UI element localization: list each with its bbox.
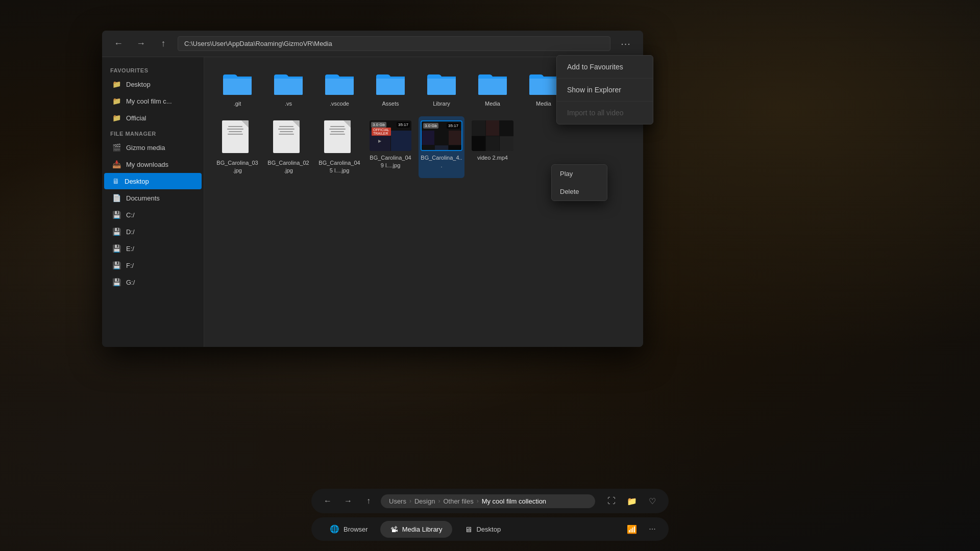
sidebar-item-label: My downloads <box>126 161 168 168</box>
sidebar-item-gizmo-media[interactable]: 🎬 Gizmo media <box>104 139 202 156</box>
sidebar-item-f-drive[interactable]: 💾 F:/ <box>104 257 202 273</box>
folder-media1[interactable]: Media <box>470 67 516 111</box>
sidebar: FAVOURITES 📁 Desktop 📁 My cool film c...… <box>102 57 204 347</box>
browser-app-button[interactable]: 🌐 Browser <box>320 520 378 538</box>
sidebar-item-label: Desktop <box>125 178 149 185</box>
taskbar-right-icons: 📶 ··· <box>624 521 660 537</box>
sidebar-item-my-cool-film[interactable]: 📁 My cool film c... <box>104 93 202 109</box>
file-label: .vscode <box>330 100 349 107</box>
taskbar-up-button[interactable]: ↑ <box>360 493 377 509</box>
taskbar: ← → ↑ Users › Design › Other files › My … <box>0 495 980 551</box>
taskbar-breadcrumb: Users › Design › Other files › My cool f… <box>381 494 595 508</box>
sidebar-item-official[interactable]: 📁 Official <box>104 110 202 126</box>
file-label: Media <box>536 100 551 107</box>
file-label: video 2.mp4 <box>477 154 508 161</box>
new-folder-button[interactable]: 📁 <box>624 493 640 509</box>
drive-icon: 💾 <box>112 278 121 286</box>
file-bg-carolina-049[interactable]: 3.0 Gb 35:17 ▶ OFFICIALTRAILER BG_Caroli… <box>368 116 413 178</box>
folder-assets[interactable]: Assets <box>368 67 413 111</box>
sidebar-item-label: G:/ <box>126 279 135 286</box>
taskbar-more-button[interactable]: ··· <box>644 521 660 537</box>
desktop-app-label: Desktop <box>476 525 501 533</box>
folder-icon: 📁 <box>112 114 121 122</box>
folder-icon: 📁 <box>112 80 121 88</box>
import-to-all-video-button[interactable]: Import to all video <box>557 102 653 124</box>
gizmo-icon: 🎬 <box>112 143 121 152</box>
file-manager-label: FILE MANAGER <box>102 127 204 139</box>
sidebar-item-label: Gizmo media <box>126 144 165 152</box>
taskbar-actions: ⛶ 📁 ♡ <box>603 493 660 509</box>
sidebar-item-desktop[interactable]: 🖥 Desktop <box>104 173 202 189</box>
file-label: BG_Carolina_045 l....jpg <box>318 159 360 174</box>
taskbar-apps: 🌐 Browser 📽 Media Library 🖥 Desktop 📶 ··… <box>311 517 669 541</box>
breadcrumb-design: Design <box>414 497 435 505</box>
sidebar-item-c-drive[interactable]: 💾 C:/ <box>104 207 202 223</box>
wifi-button[interactable]: 📶 <box>624 521 640 537</box>
file-label: BG_Carolina_4... <box>421 154 462 169</box>
file-video2[interactable]: video 2.mp4 <box>470 116 516 178</box>
breadcrumb-users: Users <box>389 497 406 505</box>
documents-icon: 📄 <box>112 194 121 202</box>
folder-icon: 📁 <box>112 97 121 105</box>
desktop-app-button[interactable]: 🖥 Desktop <box>454 521 511 538</box>
taskbar-path-bar: ← → ↑ Users › Design › Other files › My … <box>311 489 669 513</box>
file-label: Media <box>485 100 500 107</box>
taskbar-forward-button[interactable]: → <box>340 493 356 509</box>
add-to-favourites-button[interactable]: Add to Favourites <box>557 56 653 79</box>
desktop-icon: 🖥 <box>112 177 119 185</box>
folder-git[interactable]: .git <box>214 67 260 111</box>
back-button[interactable]: ← <box>110 36 127 52</box>
sidebar-item-my-downloads[interactable]: 📥 My downloads <box>104 156 202 172</box>
file-bg-carolina-045[interactable]: BG_Carolina_045 l....jpg <box>316 116 362 178</box>
more-options-button[interactable]: ··· <box>617 36 635 52</box>
file-label: .git <box>234 100 241 107</box>
folder-vs[interactable]: .vs <box>265 67 311 111</box>
sidebar-item-d-drive[interactable]: 💾 D:/ <box>104 223 202 240</box>
sidebar-item-label: Official <box>126 114 146 122</box>
play-button[interactable]: Play <box>552 165 607 183</box>
file-label: .vs <box>285 100 292 107</box>
folder-library[interactable]: Library <box>419 67 464 111</box>
file-label: Assets <box>382 100 399 107</box>
sidebar-item-label: C:/ <box>126 211 135 219</box>
sidebar-item-label: Documents <box>126 194 160 202</box>
titlebar: ← → ↑ C:\Users\User\AppData\Roaming\Gizm… <box>102 31 643 57</box>
file-label: Library <box>433 100 450 107</box>
media-library-app-button[interactable]: 📽 Media Library <box>380 521 453 538</box>
drive-icon: 💾 <box>112 261 121 269</box>
drive-icon: 💾 <box>112 211 121 219</box>
folder-vscode[interactable]: .vscode <box>316 67 362 111</box>
favourite-button[interactable]: ♡ <box>644 493 660 509</box>
breadcrumb-other-files: Other files <box>443 497 473 505</box>
downloads-icon: 📥 <box>112 160 121 168</box>
forward-button[interactable]: → <box>133 36 149 52</box>
favourites-label: FAVOURITES <box>102 63 204 76</box>
up-button[interactable]: ↑ <box>155 36 172 52</box>
file-label: BG_Carolina_03.jpg <box>216 159 258 174</box>
breadcrumb-collection: My cool film collection <box>482 497 546 505</box>
drive-icon: 💾 <box>112 244 121 253</box>
file-label: BG_Carolina_02.jpg <box>267 159 309 174</box>
sidebar-item-e-drive[interactable]: 💾 E:/ <box>104 240 202 257</box>
file-bg-carolina-4[interactable]: 3.0 Gb 35:17 BG_Carolina_4... <box>419 116 464 178</box>
sidebar-item-label: My cool film c... <box>126 97 172 105</box>
browser-label: Browser <box>344 525 368 533</box>
fullscreen-button[interactable]: ⛶ <box>603 493 620 509</box>
delete-button[interactable]: Delete <box>552 183 607 201</box>
sidebar-item-g-drive[interactable]: 💾 G:/ <box>104 274 202 290</box>
media-library-icon: 📽 <box>390 525 398 534</box>
file-bg-carolina-03[interactable]: BG_Carolina_03.jpg <box>214 116 260 178</box>
file-bg-carolina-02[interactable]: BG_Carolina_02.jpg <box>265 116 311 178</box>
desktop-app-icon: 🖥 <box>464 525 472 534</box>
sidebar-item-documents[interactable]: 📄 Documents <box>104 190 202 206</box>
show-in-explorer-button[interactable]: Show in Explorer <box>557 79 653 102</box>
file-label: BG_Carolina_049 l....jpg <box>370 154 411 169</box>
drive-icon: 💾 <box>112 228 121 236</box>
path-bar[interactable]: C:\Users\User\AppData\Roaming\GizmoVR\Me… <box>178 36 610 51</box>
sidebar-item-label: F:/ <box>126 262 134 269</box>
sidebar-item-desktop-fav[interactable]: 📁 Desktop <box>104 76 202 92</box>
sidebar-item-label: D:/ <box>126 228 135 236</box>
sidebar-item-label: E:/ <box>126 245 134 253</box>
taskbar-back-button[interactable]: ← <box>320 493 336 509</box>
media-library-label: Media Library <box>402 525 443 533</box>
